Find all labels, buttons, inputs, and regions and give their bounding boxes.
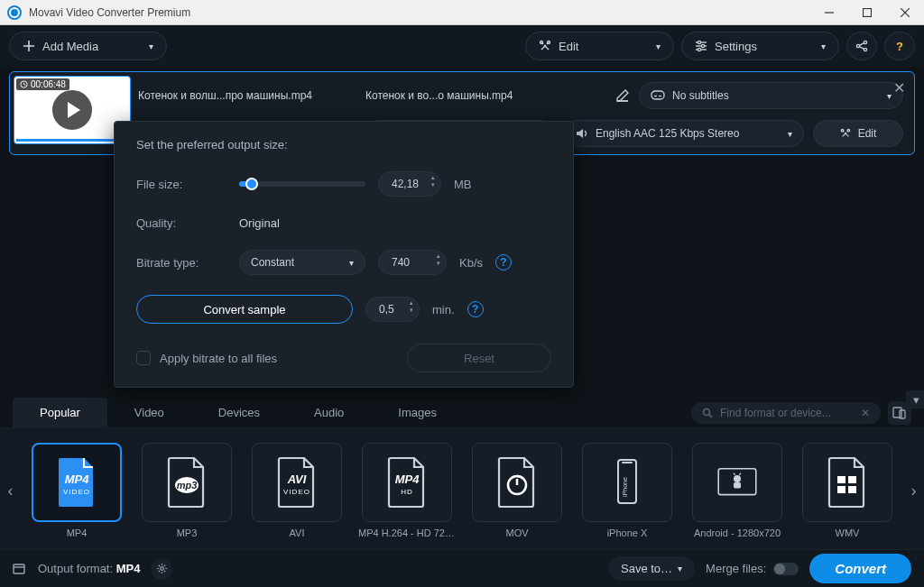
apply-all-label: Apply bitrate to all files (160, 352, 277, 365)
convert-button[interactable]: Convert (809, 554, 911, 583)
format-label: Android - 1280x720 (688, 527, 786, 538)
chevron-down-icon: ▾ (656, 41, 661, 51)
convert-sample-button[interactable]: Convert sample (136, 295, 353, 324)
svg-point-16 (864, 48, 866, 50)
help-button[interactable]: ? (884, 32, 915, 60)
tab-popular[interactable]: Popular (13, 398, 107, 427)
svg-rect-1 (864, 8, 872, 16)
bitrate-unit: Kb/s (459, 256, 483, 270)
svg-point-11 (701, 44, 704, 47)
minimize-button[interactable] (810, 0, 848, 25)
svg-point-24 (847, 129, 850, 132)
svg-rect-52 (14, 564, 24, 573)
collapse-panel-button[interactable]: ▾ (906, 390, 924, 408)
quality-value: Original (239, 216, 280, 230)
filesize-label: File size: (136, 178, 226, 191)
chevron-down-icon: ▾ (821, 41, 826, 51)
edit-dropdown[interactable]: Edit ▾ (525, 32, 674, 60)
merge-files-toggle[interactable]: Merge files: (706, 562, 799, 575)
edit-label: Edit (559, 40, 578, 53)
format-mp3[interactable]: mp3MP3 (138, 443, 236, 538)
chevron-down-icon: ▾ (788, 129, 792, 139)
bitrate-type-label: Bitrate type: (136, 256, 226, 270)
remove-item-button[interactable]: ✕ (893, 79, 905, 96)
svg-text:HD: HD (401, 488, 413, 496)
subtitles-dropdown[interactable]: No subtitles ▾ (639, 82, 903, 109)
tab-images[interactable]: Images (371, 398, 464, 427)
audio-track-dropdown[interactable]: English AAC 125 Kbps Stereo ▾ (564, 120, 804, 147)
format-label: MP3 (138, 527, 236, 538)
app-icon (7, 5, 22, 20)
svg-point-13 (698, 48, 700, 50)
output-format-icon (13, 563, 27, 575)
tab-video[interactable]: Video (107, 398, 191, 427)
format-mov[interactable]: MOV (468, 443, 566, 538)
item-edit-button[interactable]: Edit (813, 120, 903, 147)
svg-rect-51 (848, 486, 856, 493)
svg-point-15 (864, 41, 866, 43)
format-android-1280x720[interactable]: Android - 1280x720 (688, 443, 786, 538)
format-tabs: PopularVideoDevicesAudioImages Find form… (0, 398, 924, 427)
svg-point-44 (734, 475, 741, 482)
svg-line-17 (859, 43, 864, 46)
format-panel: PopularVideoDevicesAudioImages Find form… (0, 398, 924, 549)
tab-audio[interactable]: Audio (287, 398, 371, 427)
save-to-button[interactable]: Save to… ▾ (608, 556, 695, 581)
main-toolbar: Add Media ▾ Edit ▾ Settings ▾ ? (0, 25, 924, 67)
duration-badge: 00:06:48 (16, 78, 69, 90)
settings-dropdown[interactable]: Settings ▾ (681, 32, 839, 60)
format-mp4-h-264-hd-720p[interactable]: MP4 HD MP4 H.264 - HD 720p (358, 443, 456, 538)
conversion-queue: 00:06:48 Котенок и волш...про машины.mp4… (0, 67, 924, 155)
window-titlebar: Movavi Video Converter Premium (0, 0, 924, 25)
filesize-slider[interactable] (239, 181, 365, 187)
quality-label: Quality: (136, 216, 226, 230)
filesize-input[interactable]: 42,18 ▴▾ (378, 171, 441, 197)
maximize-button[interactable] (848, 0, 886, 25)
info-icon[interactable]: ? (467, 301, 484, 317)
bitrate-input[interactable]: 740 ▴▾ (378, 250, 447, 275)
search-icon (702, 408, 713, 418)
format-search[interactable]: Find format or device... ✕ (691, 402, 881, 424)
format-avi[interactable]: AVI VIDEO AVI (248, 443, 346, 538)
play-icon (51, 88, 94, 132)
close-window-button[interactable] (886, 0, 924, 25)
thumbnail-underline (16, 139, 128, 142)
tab-devices[interactable]: Devices (191, 398, 287, 427)
format-iphone-x[interactable]: iPhoneiPhone X (578, 443, 676, 538)
format-mp4[interactable]: MP4 VIDEO MP4 (28, 443, 125, 538)
svg-rect-45 (734, 482, 741, 488)
search-placeholder: Find format or device... (720, 407, 831, 419)
add-media-button[interactable]: Add Media ▾ (9, 32, 167, 60)
output-settings-button[interactable] (151, 558, 172, 580)
edit-name-icon[interactable] (615, 88, 630, 103)
info-icon[interactable]: ? (495, 254, 512, 271)
clear-search-icon[interactable]: ✕ (861, 407, 870, 419)
carousel-next-button[interactable]: › (909, 445, 919, 536)
apply-all-checkbox[interactable] (136, 351, 151, 365)
svg-text:MP4: MP4 (65, 472, 90, 486)
sample-unit: min. (432, 303, 455, 316)
svg-text:VIDEO: VIDEO (283, 488, 310, 496)
slider-handle[interactable] (245, 178, 258, 190)
toggle-switch[interactable] (773, 563, 799, 575)
svg-rect-48 (837, 476, 845, 483)
format-label: WMV (799, 527, 896, 538)
stepper-icon[interactable]: ▴▾ (410, 299, 413, 314)
app-title: Movavi Video Converter Premium (29, 6, 810, 19)
carousel-prev-button[interactable]: ‹ (5, 445, 15, 536)
svg-text:VIDEO: VIDEO (63, 488, 90, 496)
svg-text:AVI: AVI (287, 472, 307, 486)
settings-label: Settings (715, 40, 757, 53)
share-button[interactable] (846, 32, 877, 60)
source-filename: Котенок и волш...про машины.mp4 (138, 89, 312, 102)
stepper-icon[interactable]: ▴▾ (437, 252, 440, 267)
sample-duration-input[interactable]: 0,5 ▴▾ (365, 297, 420, 322)
output-format-value: MP4 (116, 562, 141, 575)
format-carousel: ‹ MP4 VIDEO MP4mp3MP3 AVI VIDEO AVI MP4 … (0, 427, 924, 549)
reset-button[interactable]: Reset (407, 344, 551, 372)
bitrate-type-select[interactable]: Constant ▾ (239, 250, 365, 275)
tools-icon (840, 128, 851, 139)
stepper-icon[interactable]: ▴▾ (431, 174, 435, 188)
format-wmv[interactable]: WMV (799, 443, 896, 538)
svg-point-54 (161, 567, 164, 571)
